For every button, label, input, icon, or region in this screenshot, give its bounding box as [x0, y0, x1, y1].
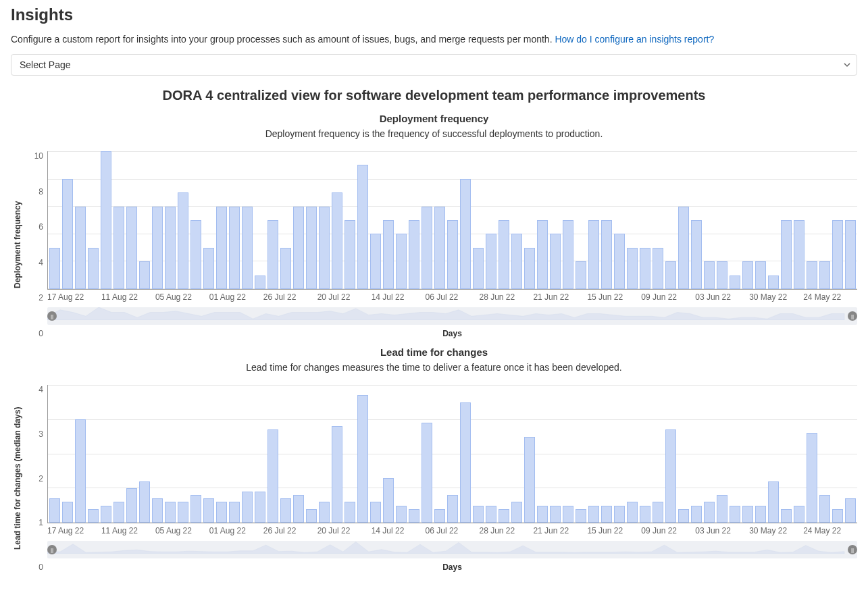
- bar[interactable]: [383, 220, 394, 289]
- bar[interactable]: [640, 506, 650, 523]
- bar[interactable]: [332, 192, 342, 289]
- bar[interactable]: [75, 207, 86, 289]
- bar[interactable]: [280, 498, 291, 523]
- bar[interactable]: [588, 506, 599, 523]
- bar[interactable]: [101, 151, 111, 289]
- bar[interactable]: [499, 220, 509, 289]
- bar[interactable]: [229, 502, 240, 523]
- bar[interactable]: [627, 502, 638, 523]
- range-handle-right[interactable]: ||: [848, 311, 857, 321]
- bar[interactable]: [511, 502, 522, 523]
- bar[interactable]: [396, 506, 407, 523]
- bar[interactable]: [614, 234, 625, 289]
- bar[interactable]: [845, 220, 856, 289]
- bar[interactable]: [730, 276, 740, 289]
- bar[interactable]: [845, 498, 856, 523]
- bar[interactable]: [344, 220, 355, 289]
- bar[interactable]: [190, 495, 201, 523]
- bar[interactable]: [242, 207, 253, 289]
- bar[interactable]: [434, 509, 445, 523]
- bar[interactable]: [267, 220, 278, 289]
- bar[interactable]: [190, 220, 201, 289]
- range-slider[interactable]: ||||: [47, 307, 857, 325]
- range-slider[interactable]: ||||: [47, 541, 857, 558]
- bar[interactable]: [357, 165, 368, 289]
- bar[interactable]: [126, 488, 137, 523]
- bar[interactable]: [306, 207, 317, 289]
- range-handle-left[interactable]: ||: [47, 545, 57, 554]
- bar[interactable]: [614, 506, 625, 523]
- bar[interactable]: [601, 506, 612, 523]
- range-handle-left[interactable]: ||: [47, 311, 57, 321]
- bar[interactable]: [704, 502, 715, 523]
- bar[interactable]: [139, 481, 150, 523]
- bar[interactable]: [152, 207, 163, 289]
- bar[interactable]: [486, 506, 496, 523]
- bar[interactable]: [550, 506, 561, 523]
- bar[interactable]: [717, 261, 727, 289]
- bar[interactable]: [563, 506, 573, 523]
- bar[interactable]: [832, 220, 843, 289]
- bar[interactable]: [242, 492, 253, 523]
- bar[interactable]: [152, 498, 163, 523]
- bar[interactable]: [819, 495, 830, 523]
- bar[interactable]: [704, 261, 715, 289]
- bar[interactable]: [357, 395, 368, 523]
- bar[interactable]: [486, 234, 496, 289]
- bar[interactable]: [178, 192, 188, 289]
- bar[interactable]: [216, 502, 227, 523]
- bar[interactable]: [755, 261, 766, 289]
- bar[interactable]: [678, 207, 689, 289]
- bar[interactable]: [319, 502, 330, 523]
- bar[interactable]: [807, 261, 817, 289]
- range-handle-right[interactable]: ||: [848, 545, 857, 554]
- bar[interactable]: [807, 433, 817, 523]
- bar[interactable]: [819, 261, 830, 289]
- bar[interactable]: [794, 220, 805, 289]
- bar[interactable]: [383, 478, 394, 523]
- bar[interactable]: [139, 261, 150, 289]
- bar[interactable]: [460, 402, 471, 523]
- bar[interactable]: [255, 492, 265, 523]
- bar[interactable]: [203, 248, 214, 289]
- bar[interactable]: [768, 481, 779, 523]
- bar[interactable]: [203, 498, 214, 523]
- bar[interactable]: [691, 506, 702, 523]
- bar[interactable]: [370, 502, 381, 523]
- bar[interactable]: [678, 509, 689, 523]
- bar[interactable]: [473, 248, 484, 289]
- bar[interactable]: [178, 502, 188, 523]
- bar[interactable]: [653, 502, 663, 523]
- bar[interactable]: [229, 207, 240, 289]
- page-select[interactable]: Select Page: [11, 54, 857, 76]
- bar[interactable]: [434, 207, 445, 289]
- bar[interactable]: [216, 207, 227, 289]
- bar[interactable]: [165, 502, 176, 523]
- bar[interactable]: [332, 426, 342, 523]
- bar[interactable]: [576, 261, 586, 289]
- bar[interactable]: [101, 506, 111, 523]
- bar[interactable]: [653, 248, 663, 289]
- bar[interactable]: [126, 207, 137, 289]
- bar[interactable]: [794, 506, 805, 523]
- bar[interactable]: [537, 220, 548, 289]
- bar[interactable]: [113, 207, 124, 289]
- bar[interactable]: [165, 207, 176, 289]
- bar[interactable]: [691, 220, 702, 289]
- bar[interactable]: [319, 207, 330, 289]
- bar[interactable]: [460, 179, 471, 289]
- bar[interactable]: [781, 509, 792, 523]
- bar[interactable]: [537, 506, 548, 523]
- bar[interactable]: [511, 234, 522, 289]
- bar[interactable]: [409, 220, 419, 289]
- bar[interactable]: [49, 248, 60, 289]
- bar[interactable]: [293, 495, 304, 523]
- help-link[interactable]: How do I configure an insights report?: [555, 34, 714, 45]
- bar[interactable]: [832, 509, 843, 523]
- bar[interactable]: [293, 207, 304, 289]
- bar[interactable]: [396, 234, 407, 289]
- bar[interactable]: [550, 234, 561, 289]
- bar[interactable]: [576, 509, 586, 523]
- bar[interactable]: [409, 509, 419, 523]
- bar[interactable]: [62, 502, 73, 523]
